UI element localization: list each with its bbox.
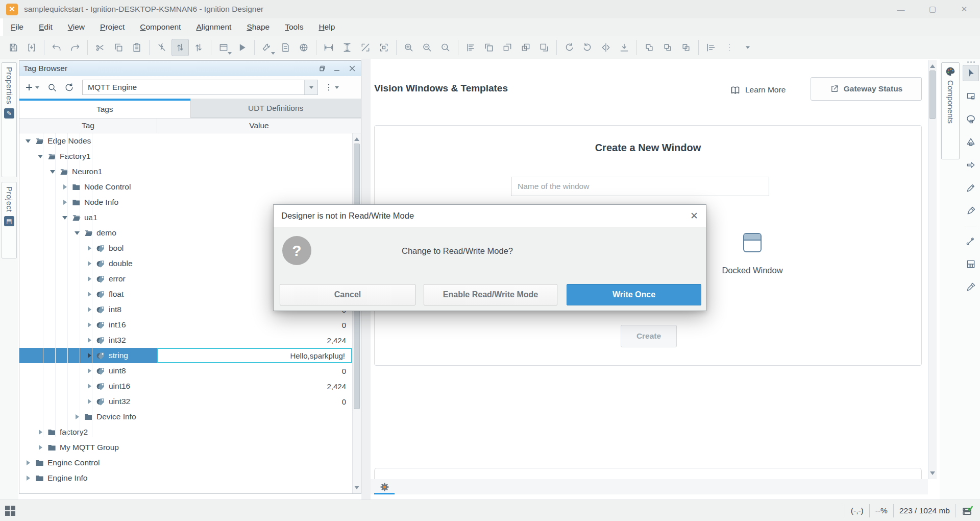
bars-icon[interactable]: [462, 39, 479, 56]
tag-cell[interactable]: Node Control: [19, 179, 157, 195]
intersect-icon[interactable]: [677, 39, 695, 56]
import-icon[interactable]: [23, 39, 40, 56]
tag-row-engine-info[interactable]: Engine Info: [19, 470, 361, 486]
expand-icon[interactable]: [87, 399, 92, 404]
tag-value[interactable]: 2,424: [157, 333, 352, 348]
expand-icon[interactable]: [26, 460, 31, 465]
column-header-tag[interactable]: Tag: [19, 119, 157, 133]
tag-value[interactable]: 0: [157, 317, 352, 333]
expand-icon[interactable]: [87, 368, 92, 373]
tab-udt-definitions[interactable]: UDT Definitions: [190, 99, 361, 118]
expand-icon[interactable]: [87, 353, 92, 358]
collapse-icon[interactable]: [62, 215, 67, 220]
expand-icon[interactable]: [87, 261, 92, 266]
expand-icon[interactable]: [62, 200, 67, 205]
union-icon[interactable]: [641, 39, 658, 56]
tag-value[interactable]: [157, 455, 352, 470]
expand-icon[interactable]: [87, 307, 92, 312]
layer-back-icon[interactable]: [535, 39, 553, 56]
tag-value[interactable]: [157, 164, 352, 179]
expand-icon[interactable]: [26, 476, 31, 481]
save-icon[interactable]: [5, 39, 22, 56]
distribute-icon[interactable]: [616, 39, 633, 56]
tag-cell[interactable]: string: [19, 348, 157, 363]
components-panel-tab[interactable]: Components: [941, 62, 960, 159]
dialog-close-icon[interactable]: ✕: [690, 210, 698, 222]
tag-row-device-info[interactable]: Device Info: [19, 409, 361, 424]
refresh-tags-button[interactable]: [64, 83, 74, 92]
tag-row-int32[interactable]: int322,424: [19, 333, 361, 348]
tag-value[interactable]: [157, 409, 352, 424]
create-button[interactable]: Create: [621, 325, 677, 347]
workspace-window-tab[interactable]: [374, 479, 395, 494]
tag-value[interactable]: 0: [157, 394, 352, 409]
tag-value[interactable]: 0: [157, 363, 352, 378]
expand-icon[interactable]: [62, 184, 67, 190]
menu-help[interactable]: Help: [311, 18, 342, 36]
tag-row-uint8[interactable]: uint80: [19, 363, 361, 378]
menu-component[interactable]: Component: [132, 18, 188, 36]
tag-cell[interactable]: demo: [19, 225, 157, 241]
caret-down-icon[interactable]: [739, 39, 756, 56]
collapse-icon[interactable]: [26, 138, 31, 144]
tag-cell[interactable]: double: [19, 256, 157, 271]
flip-icon[interactable]: [597, 39, 615, 56]
tag-row-neuron1[interactable]: Neuron1: [19, 164, 361, 179]
more-options-button[interactable]: [324, 83, 333, 92]
tag-row-edge-nodes[interactable]: Edge Nodes: [19, 133, 361, 149]
cancel-button[interactable]: Cancel: [280, 284, 415, 305]
tag-cell[interactable]: uint16: [19, 378, 157, 394]
tag-cell[interactable]: int16: [19, 317, 157, 333]
maximize-window-button[interactable]: ▢: [917, 0, 948, 18]
scroll-up-icon[interactable]: [930, 63, 935, 68]
tag-cell[interactable]: Factory1: [19, 149, 157, 164]
tag-row-my-mqtt-group[interactable]: My MQTT Group: [19, 440, 361, 455]
tag-cell[interactable]: Device Info: [19, 409, 157, 424]
menu-view[interactable]: View: [60, 18, 92, 36]
align-icon[interactable]: [702, 39, 720, 56]
comm-off-icon[interactable]: [153, 39, 170, 56]
tag-cell[interactable]: factory2: [19, 424, 157, 440]
zoom-select-icon[interactable]: [437, 39, 454, 56]
size-both-icon[interactable]: [357, 39, 374, 56]
tag-value[interactable]: 2,424: [157, 378, 352, 394]
add-tag-button[interactable]: [24, 83, 34, 92]
cursor-tool-icon[interactable]: [963, 65, 979, 81]
eyedropper-tool-icon[interactable]: [963, 279, 979, 295]
tag-value[interactable]: [157, 440, 352, 455]
learn-more-link[interactable]: Learn More: [730, 81, 786, 99]
enable-read-write-mode-button[interactable]: Enable Read/Write Mode: [424, 284, 557, 305]
write-once-button[interactable]: Write Once: [567, 284, 701, 305]
gateway-status-button[interactable]: Gateway Status: [811, 77, 922, 101]
globe-icon[interactable]: [295, 39, 312, 56]
comm-write-icon[interactable]: [190, 39, 207, 56]
close-window-button[interactable]: ✕: [948, 0, 980, 18]
expand-icon[interactable]: [87, 384, 92, 389]
tag-cell[interactable]: Edge Nodes: [19, 133, 157, 149]
sidebar-tab-project[interactable]: Project▤: [2, 182, 17, 258]
expand-icon[interactable]: [87, 322, 92, 327]
search-tags-button[interactable]: [47, 83, 57, 92]
gateway-connection-icon[interactable]: [962, 504, 975, 517]
play-icon[interactable]: [233, 39, 251, 56]
tab-tags[interactable]: Tags: [19, 99, 190, 118]
tag-row-uint32[interactable]: uint320: [19, 394, 361, 409]
column-header-value[interactable]: Value: [157, 119, 361, 133]
expand-icon[interactable]: [87, 246, 92, 251]
workspace-scrollbar[interactable]: [928, 60, 937, 479]
menu-shape[interactable]: Shape: [239, 18, 277, 36]
expand-icon[interactable]: [87, 292, 92, 297]
wrench-icon[interactable]: [258, 39, 276, 56]
menu-edit[interactable]: Edit: [31, 18, 60, 36]
tag-row-factory2[interactable]: factory2: [19, 424, 361, 440]
tag-tree-scrollbar[interactable]: [352, 133, 361, 493]
rotate-cw-icon[interactable]: [560, 39, 578, 56]
comm-read-icon[interactable]: [172, 39, 189, 56]
minimize-panel-icon[interactable]: [332, 64, 341, 73]
scroll-up-icon[interactable]: [354, 136, 359, 141]
menu-file[interactable]: File: [3, 18, 31, 36]
shape-arrow-tool-icon[interactable]: [963, 157, 979, 173]
tag-row-engine-control[interactable]: Engine Control: [19, 455, 361, 470]
tag-cell[interactable]: int8: [19, 302, 157, 317]
copy-icon[interactable]: [110, 39, 127, 56]
